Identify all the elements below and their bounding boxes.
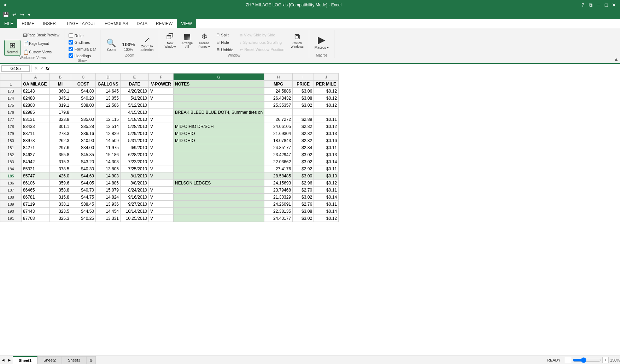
cell-189-A[interactable]: 87119 bbox=[22, 201, 50, 208]
cell-179-E[interactable]: 5/29/2010 bbox=[121, 130, 149, 137]
cell-186-B[interactable]: 359.6 bbox=[50, 180, 71, 187]
cell-187-J[interactable]: $0.11 bbox=[314, 187, 339, 194]
zoom-slider[interactable] bbox=[573, 357, 601, 363]
cell-184-J[interactable]: $0.11 bbox=[314, 165, 339, 172]
cell-173-C[interactable]: $44.80 bbox=[71, 88, 96, 95]
row-number-176[interactable]: 176 bbox=[0, 109, 22, 116]
cell-184-A[interactable]: 85321 bbox=[22, 165, 50, 172]
cell-190-I[interactable]: $3.08 bbox=[293, 208, 314, 215]
cell-179-D[interactable]: 12.829 bbox=[96, 130, 121, 137]
cell-182-G[interactable] bbox=[174, 151, 264, 158]
cell-188-J[interactable]: $0.14 bbox=[314, 194, 339, 201]
sheet-area[interactable]: A B C D E F G H I J 1 OA MILAGE MI bbox=[0, 73, 620, 356]
cell-176-C[interactable] bbox=[71, 109, 96, 116]
cell-176-G[interactable]: BREAK BLEED BLUE DOT4, Summer tires on bbox=[174, 109, 264, 116]
cell-191-I[interactable]: $3.02 bbox=[293, 215, 314, 222]
ribbon-collapse-button[interactable]: ▲ bbox=[614, 56, 619, 62]
row-number-178[interactable]: 178 bbox=[0, 123, 22, 130]
col-header-f[interactable]: F bbox=[149, 74, 174, 81]
row-number-182[interactable]: 182 bbox=[0, 151, 22, 158]
menu-home[interactable]: HOME bbox=[17, 19, 39, 28]
cell-177-A[interactable]: 83131 bbox=[22, 116, 50, 123]
arrange-all-button[interactable]: ▦ Arrange All bbox=[179, 31, 195, 53]
row-number-185[interactable]: 185 bbox=[0, 172, 22, 180]
row-number-181[interactable]: 181 bbox=[0, 144, 22, 151]
gridlines-checkbox[interactable] bbox=[69, 40, 73, 45]
redo-button[interactable]: ↪ bbox=[19, 11, 26, 18]
tab-scroll-left-button[interactable]: ◄ bbox=[0, 357, 6, 363]
cell-180-F[interactable]: V bbox=[149, 137, 174, 144]
cell-173-H[interactable]: 24.5886 bbox=[264, 88, 293, 95]
cell-178-B[interactable]: 301.1 bbox=[50, 123, 71, 130]
cell-191-F[interactable]: V bbox=[149, 215, 174, 222]
insert-function-icon[interactable]: fx bbox=[46, 66, 49, 71]
cell-191-G[interactable] bbox=[174, 215, 264, 222]
cell-179-C[interactable]: $36.16 bbox=[71, 130, 96, 137]
row-number-173[interactable]: 173 bbox=[0, 88, 22, 95]
cell-180-J[interactable]: $0.16 bbox=[314, 137, 339, 144]
cell-191-C[interactable]: $40.25 bbox=[71, 215, 96, 222]
cell-191-D[interactable]: 13.331 bbox=[96, 215, 121, 222]
cell-186-E[interactable]: 8/8/2010 bbox=[121, 180, 149, 187]
cell-181-I[interactable]: $2.84 bbox=[293, 144, 314, 151]
name-box[interactable] bbox=[1, 65, 30, 72]
header-mpg[interactable]: MPG bbox=[264, 81, 293, 88]
cell-173-F[interactable]: V bbox=[149, 88, 174, 95]
sheet-tab-1[interactable]: Sheet1 bbox=[13, 356, 37, 364]
cell-181-D[interactable]: 11.975 bbox=[96, 144, 121, 151]
cell-181-C[interactable]: $34.00 bbox=[71, 144, 96, 151]
row-number-188[interactable]: 188 bbox=[0, 194, 22, 201]
cell-189-G[interactable] bbox=[174, 201, 264, 208]
macros-button[interactable]: ▶ Macros ▾ bbox=[312, 33, 332, 51]
cell-189-I[interactable]: $2.76 bbox=[293, 201, 314, 208]
cell-190-F[interactable]: V bbox=[149, 208, 174, 215]
cell-175-C[interactable]: $38.00 bbox=[71, 102, 96, 109]
cell-181-G[interactable] bbox=[174, 144, 264, 151]
row-number-191[interactable]: 191 bbox=[0, 215, 22, 222]
cell-187-I[interactable]: $2.70 bbox=[293, 187, 314, 194]
cell-189-B[interactable]: 338.1 bbox=[50, 201, 71, 208]
col-header-h[interactable]: H bbox=[264, 74, 293, 81]
cell-178-F[interactable]: V bbox=[149, 123, 174, 130]
cell-176-E[interactable]: 4/15/2010 bbox=[121, 109, 149, 116]
cell-180-H[interactable]: 18.07843 bbox=[264, 137, 293, 144]
cell-180-C[interactable]: $40.90 bbox=[71, 137, 96, 144]
cell-174-G[interactable] bbox=[174, 95, 264, 102]
cell-183-D[interactable]: 14.308 bbox=[96, 158, 121, 165]
col-header-c[interactable]: C bbox=[71, 74, 96, 81]
cell-190-G[interactable] bbox=[174, 208, 264, 215]
row-number-186[interactable]: 186 bbox=[0, 180, 22, 187]
tab-scroll-right-button[interactable]: ► bbox=[6, 357, 13, 363]
headings-checkbox[interactable] bbox=[69, 53, 73, 58]
cell-177-G[interactable] bbox=[174, 116, 264, 123]
cell-191-E[interactable]: 10.25/2010 bbox=[121, 215, 149, 222]
cell-186-I[interactable]: $2.96 bbox=[293, 180, 314, 187]
cell-175-H[interactable]: 25.35357 bbox=[264, 102, 293, 109]
cell-185-D[interactable]: 14.903 bbox=[96, 172, 121, 180]
help-button[interactable]: ? bbox=[580, 2, 586, 8]
cell-188-C[interactable]: $44.75 bbox=[71, 194, 96, 201]
menu-view[interactable]: VIEW bbox=[177, 19, 196, 28]
cell-174-A[interactable]: 82488 bbox=[22, 95, 50, 102]
cancel-formula-icon[interactable]: ✕ bbox=[34, 66, 38, 71]
cell-180-E[interactable]: 5/31/2010 bbox=[121, 137, 149, 144]
cell-175-I[interactable]: $3.02 bbox=[293, 102, 314, 109]
cell-173-G[interactable] bbox=[174, 88, 264, 95]
row-number-183[interactable]: 183 bbox=[0, 158, 22, 165]
cell-176-J[interactable] bbox=[314, 109, 339, 116]
cell-174-C[interactable]: $40.20 bbox=[71, 95, 96, 102]
page-layout-button[interactable]: 📄 Page Layout bbox=[21, 40, 61, 47]
cell-184-H[interactable]: 27.4176 bbox=[264, 165, 293, 172]
cell-173-B[interactable]: 360.1 bbox=[50, 88, 71, 95]
switch-windows-button[interactable]: ⧉ Switch Windows bbox=[288, 31, 306, 53]
cell-177-B[interactable]: 323.8 bbox=[50, 116, 71, 123]
cell-176-F[interactable] bbox=[149, 109, 174, 116]
cell-186-C[interactable]: $44.05 bbox=[71, 180, 96, 187]
cell-177-H[interactable]: 26.7272 bbox=[264, 116, 293, 123]
row-number-180[interactable]: 180 bbox=[0, 137, 22, 144]
cell-177-J[interactable]: $0.11 bbox=[314, 116, 339, 123]
row-number-184[interactable]: 184 bbox=[0, 165, 22, 172]
cell-173-J[interactable]: $0.12 bbox=[314, 88, 339, 95]
cell-176-H[interactable] bbox=[264, 109, 293, 116]
confirm-formula-icon[interactable]: ✓ bbox=[40, 66, 43, 71]
